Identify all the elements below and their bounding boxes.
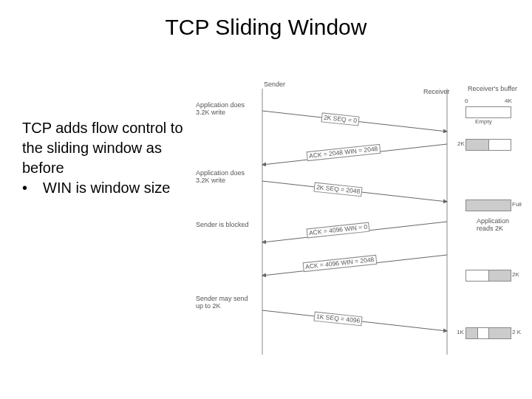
- bullet-item-1: • WIN is window size: [22, 178, 192, 198]
- buffer-3-full: [466, 200, 511, 211]
- slide-title: TCP Sliding Window: [0, 15, 532, 40]
- buffer-5-label-1k: 1K: [457, 329, 464, 335]
- buffer-scale-4k: 4K: [505, 98, 512, 104]
- buffer-1-label: Empty: [475, 118, 492, 125]
- buffer-4-2k: [466, 270, 511, 282]
- header-receiver: Receiver: [423, 89, 450, 96]
- annot-sender-may-send: Sender may send up to 2K: [196, 296, 255, 310]
- buffer-5-1k-2k: [466, 327, 511, 339]
- header-sender: Sender: [264, 81, 285, 89]
- bullet-text-1: WIN is window size: [43, 178, 192, 198]
- annot-app-reads: Application reads 2K: [477, 218, 521, 233]
- buffer-3-label: Full: [512, 201, 522, 208]
- annot-sender-blocked: Sender is blocked: [196, 222, 255, 229]
- buffer-4-label: 2K: [512, 271, 519, 278]
- bullet-marker: •: [22, 178, 43, 198]
- header-receiver-buffer: Receiver's buffer: [468, 86, 517, 93]
- annot-app-write-2: Application does 3.2K write: [196, 170, 255, 185]
- buffer-2-label: 2K: [457, 140, 465, 147]
- buffer-scale-0: 0: [465, 98, 468, 104]
- body-paragraph: TCP adds flow control to the sliding win…: [22, 118, 192, 178]
- buffer-5-label-2k: 2 K: [512, 329, 521, 335]
- buffer-2-2k: [466, 139, 511, 151]
- annot-app-write-1: Application does 3.2K write: [196, 102, 255, 117]
- buffer-1-empty: [466, 106, 511, 118]
- body-text: TCP adds flow control to the sliding win…: [22, 118, 192, 198]
- sliding-window-diagram: Sender Receiver Receiver's buffer 0 4K A…: [196, 81, 528, 362]
